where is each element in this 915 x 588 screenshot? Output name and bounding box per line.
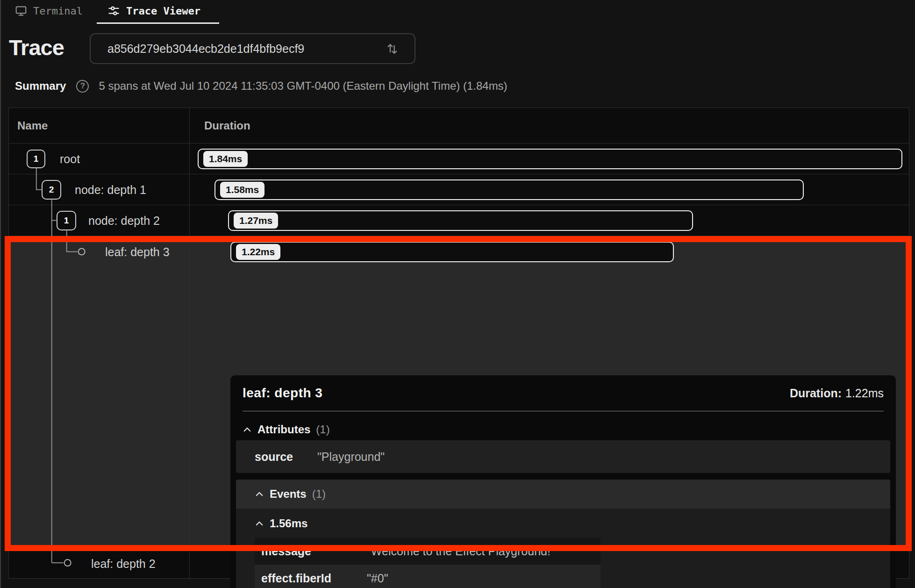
tab-trace-viewer[interactable]: Trace Viewer: [107, 5, 200, 17]
tab-label: Terminal: [33, 5, 83, 17]
duration-bar[interactable]: 1.58ms: [214, 179, 804, 200]
span-name: leaf: depth 2: [91, 557, 156, 570]
tab-bar: Terminal Trace Viewer: [1, 0, 915, 29]
duration-pill: 1.58ms: [220, 182, 264, 198]
help-icon[interactable]: ?: [76, 80, 89, 93]
summary-text: 5 spans at Wed Jul 10 2024 11:35:03 GMT-…: [99, 79, 507, 93]
tab-label: Trace Viewer: [126, 5, 200, 17]
sliders-icon: [107, 5, 120, 17]
child-count-badge: 2: [42, 180, 61, 200]
events-section-header: Events (1): [236, 480, 890, 509]
events-body: 1.56ms message "Welcome to the Effect Pl…: [236, 509, 890, 588]
span-detail-duration: Duration:1.22ms: [790, 387, 884, 400]
event-time: 1.56ms: [270, 517, 307, 530]
duration-bar[interactable]: 1.84ms: [198, 149, 902, 169]
chevron-up-icon: [255, 489, 264, 499]
duration-pill: 1.22ms: [236, 244, 280, 260]
event-key: message: [261, 545, 367, 558]
span-detail-header: leaf: depth 3 Duration:1.22ms: [243, 375, 884, 411]
up-down-arrows-icon[interactable]: [386, 42, 400, 56]
event-value: "Welcome to the Effect Playground!": [367, 545, 555, 558]
span-name: node: depth 1: [75, 183, 146, 196]
table-row-selected[interactable]: leaf: depth 3 1.22ms leaf: depth 3 Durat…: [9, 236, 909, 548]
span-detail-panel: leaf: depth 3 Duration:1.22ms Attributes…: [230, 375, 896, 588]
column-header-name: Name: [17, 119, 48, 132]
column-header-duration: Duration: [204, 119, 250, 132]
column-divider: [189, 108, 190, 578]
event-time-toggle[interactable]: 1.56ms: [255, 517, 307, 530]
table-row[interactable]: 1 node: depth 2 1.27ms: [9, 205, 909, 236]
table-row[interactable]: 1 root 1.84ms: [9, 143, 909, 174]
child-count-badge: 1: [57, 211, 76, 230]
monitor-icon: [15, 5, 27, 17]
attributes-title: Attributes: [257, 423, 310, 436]
page-title: Trace: [9, 35, 64, 60]
summary-label: Summary: [15, 79, 66, 93]
duration-bar[interactable]: 1.22ms: [230, 242, 674, 262]
child-count-badge: 1: [27, 150, 45, 168]
event-attribute-table: message "Welcome to the Effect Playgroun…: [255, 538, 600, 588]
chevron-up-icon: [255, 519, 264, 528]
duration-value: 1.22ms: [845, 387, 884, 400]
event-key: effect.fiberId: [261, 572, 367, 585]
event-value: "#0": [367, 572, 388, 585]
events-toggle[interactable]: Events (1): [255, 488, 326, 501]
events-title: Events: [270, 488, 307, 501]
span-name: root: [60, 152, 80, 165]
event-time-row: 1.56ms: [255, 512, 890, 535]
span-name: node: depth 2: [88, 214, 160, 227]
attribute-key: source: [255, 450, 293, 464]
tab-terminal[interactable]: Terminal: [15, 5, 83, 17]
trace-table: Name Duration 1 root 1.84ms 2 node: dept…: [8, 108, 909, 579]
duration-label: Duration:: [790, 387, 842, 400]
event-attribute-row: message "Welcome to the Effect Playgroun…: [255, 538, 600, 565]
attribute-row: source "Playground": [236, 440, 890, 473]
attribute-value: "Playground": [317, 450, 385, 464]
active-tab-underline: [97, 22, 219, 24]
duration-pill: 1.27ms: [234, 213, 278, 229]
duration-bar[interactable]: 1.27ms: [228, 210, 693, 231]
trace-id-input[interactable]: [91, 42, 386, 56]
summary-row: Summary ? 5 spans at Wed Jul 10 2024 11:…: [15, 79, 508, 93]
span-name: leaf: depth 3: [105, 245, 170, 259]
duration-pill: 1.84ms: [203, 151, 248, 167]
span-detail-title: leaf: depth 3: [243, 386, 322, 401]
chevron-up-icon: [243, 425, 252, 434]
trace-id-field-wrap: [90, 33, 415, 64]
attributes-toggle[interactable]: Attributes (1): [243, 423, 330, 436]
table-row[interactable]: 2 node: depth 1 1.58ms: [9, 174, 909, 205]
event-attribute-row: effect.fiberId "#0": [255, 565, 600, 588]
table-header: Name Duration: [9, 108, 909, 143]
attributes-count: (1): [316, 423, 329, 436]
attributes-section-header: Attributes (1): [243, 419, 884, 440]
events-count: (1): [312, 488, 326, 501]
